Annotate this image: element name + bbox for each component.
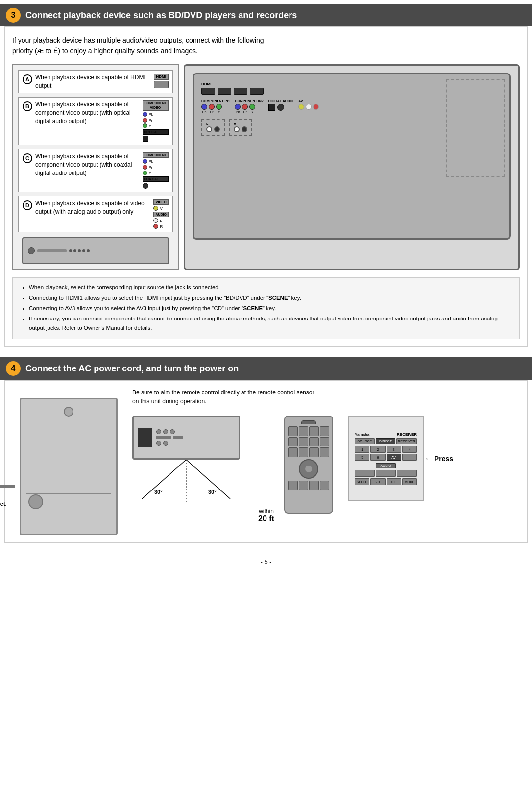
press-g-btn-1[interactable]: 1 [355,446,369,453]
scene-direct-btn[interactable]: DIRECT [376,438,396,444]
optical-label: OPTICAL [143,129,169,135]
pr-port [143,118,147,123]
section3-number: 3 [6,8,21,23]
remote-btn-5[interactable] [288,437,298,447]
coaxial-label: COAXIAL [143,176,169,182]
remote-btn-15[interactable] [309,481,319,490]
tv-back-panel: HDMI COMPONENT IN1 [184,64,520,270]
comp-pb-2 [235,104,241,110]
remote-btn-12[interactable] [320,447,330,457]
vol-btn-3[interactable] [397,470,417,477]
press-g-btn-3[interactable]: 3 [387,446,401,453]
option-c-text: When playback device is capable of compo… [35,152,140,177]
remote-btn-grid2 [288,481,329,490]
section3-intro-text: If your playback device has multiple aud… [12,35,520,57]
ac-unit-area: AC power cord → To the power outlet. [12,388,125,535]
recv-btn-1 [156,429,161,434]
remote-btn-6[interactable] [299,437,309,447]
comp-y-2 [249,104,255,110]
bottom-btn-1[interactable]: SLEEP [355,478,369,485]
section3-title: Connect playback device such as BD/DVD p… [25,10,297,21]
option-d-text: When playback device is capable of video… [35,199,150,216]
remote-btn-14[interactable] [299,481,309,490]
remote-btn-16[interactable] [320,481,330,490]
comp2-pb-col: Pb [235,104,241,114]
section3-intro: If your playback device has multiple aud… [12,35,520,57]
coaxial-in [277,104,284,111]
audio-label-btn: AUDIO [376,463,395,468]
remote-btn-1[interactable] [288,426,298,436]
pr-label: Pr [149,118,153,123]
scene-source-btn[interactable]: SOURCE [355,438,375,444]
hdmi-port-3 [234,88,247,95]
within-label: within [258,508,274,515]
unit-bottom-circle [28,494,43,509]
press-g-btn-4[interactable]: 4 [402,446,417,453]
l-label: L [160,219,162,223]
bottom-btn-2[interactable]: 2.1 [370,478,385,485]
digital-audio-ports [268,104,294,111]
section4-content: AC power cord → To the power outlet. [4,380,528,543]
press-g-btn-2[interactable]: 2 [370,446,385,453]
av-l-port [306,104,312,110]
press-arrow-label: ← Press [425,454,453,463]
remote-btn-8[interactable] [320,437,330,447]
comp2-y-col: Y [249,104,255,114]
remote-btn-7[interactable] [309,437,319,447]
player-dot-2 [73,249,76,252]
comp-label-c: COMPONENT [143,152,169,158]
distance-label: 20 ft [258,515,274,523]
r-label: R [160,224,163,229]
comp-pr-col: Pr [209,104,215,114]
audio-row: AUDIO [355,463,417,468]
v-label: V [160,206,162,211]
vol-btn-2[interactable] [376,470,396,477]
vol-btn-row [355,470,417,477]
speaker-r-label: R [234,122,247,125]
press-btn-grid: 1 2 3 4 5 6 AV [355,446,417,461]
option-b-connector: COMPONENTVIDEO Pb Pr Y [143,100,169,142]
press-g-btn-7[interactable]: AV [387,454,401,461]
vol-btn-1[interactable] [355,470,375,477]
sp-r-white [234,126,240,132]
connection-options-panel: A When playback device is capable of HDM… [12,64,179,270]
remote-area: Be sure to aim the remote control direct… [132,388,520,535]
recv-bar-2 [173,436,183,439]
pr-label-c: Pr [149,165,153,170]
page-wrapper: 3 Connect playback device such as BD/DVD… [0,0,532,570]
recv-btn-5 [163,441,168,446]
remote-btn-4[interactable] [320,426,330,436]
receiver-btn-row1 [156,429,183,434]
remote-btn-2[interactable] [299,426,309,436]
remote-btn-10[interactable] [299,447,309,457]
plug-cable [0,485,15,488]
comp-group-c: Pb [143,159,169,164]
note-4: If necessary, you can connect components… [29,314,512,332]
recv-bar-1 [156,436,171,439]
note-1: When playback, select the corresponding … [29,283,512,292]
option-a-letter: A [23,74,32,84]
hdmi-jack [154,81,169,88]
remote-btn-9[interactable] [288,447,298,457]
press-g-btn-8[interactable] [402,454,417,461]
option-a-container: A When playback device is capable of HDM… [18,70,173,94]
option-d-letter: D [23,200,32,210]
press-box: Yamaha RECEIVER SOURCE DIRECT RECEIVER [348,416,424,501]
bottom-btn-4[interactable]: MODE [402,478,417,485]
comp-group-b: Pb [143,112,169,117]
remote-dpad[interactable] [299,459,318,479]
remote-btn-13[interactable] [288,481,298,490]
bottom-btn-3[interactable]: D.I. [387,478,401,485]
unit-mid-line [26,493,111,494]
remote-btn-3[interactable] [309,426,319,436]
comp-set1-ports: Pb Pr Y [201,104,230,114]
player-dot-4 [82,249,85,252]
scene-receiver-btn[interactable]: RECEIVER [396,438,417,444]
svg-line-0 [142,460,186,499]
press-g-btn-5[interactable]: 5 [355,454,369,461]
r-port [153,224,158,229]
press-g-btn-6[interactable]: 6 [370,454,385,461]
remote-btn-11[interactable] [309,447,319,457]
comp-set2-label: COMPONENT IN2 [235,99,263,103]
comp-pb-col: Pb [201,104,207,114]
